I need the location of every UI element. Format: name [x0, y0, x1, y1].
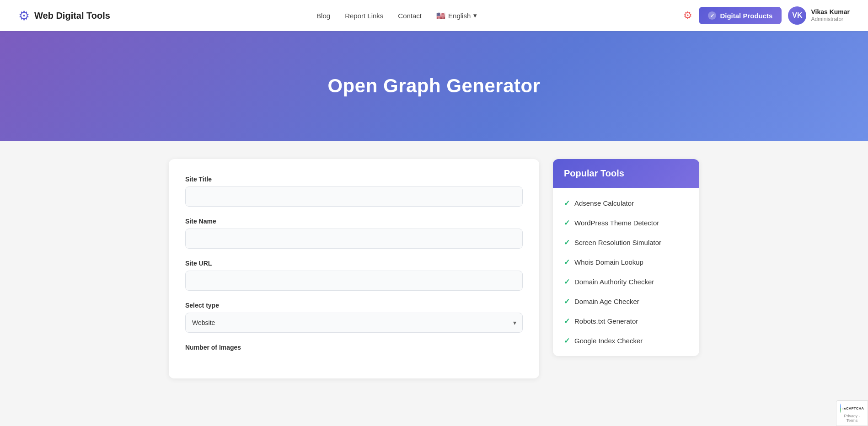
- main-content: Site Title Site Name Site URL Select typ…: [160, 141, 708, 397]
- check-icon: ✓: [564, 218, 570, 227]
- tool-label: Whois Domain Lookup: [574, 258, 643, 266]
- number-of-images-label: Number of Images: [185, 344, 523, 351]
- tool-label: Domain Authority Checker: [574, 278, 654, 286]
- select-type-wrapper: Website Article Blog Product Profile ▾: [185, 313, 523, 333]
- select-type-dropdown[interactable]: Website Article Blog Product Profile: [185, 313, 523, 333]
- main-nav: Blog Report Links Contact 🇺🇸 English ▾: [316, 11, 477, 20]
- tool-label: Robots.txt Generator: [574, 317, 638, 325]
- tool-screen-resolution-simulator[interactable]: ✓ Screen Resolution Simulator: [553, 233, 699, 252]
- logo-icon: ⚙: [18, 8, 30, 23]
- user-name: Vikas Kumar: [811, 8, 850, 16]
- site-url-input[interactable]: [185, 271, 523, 291]
- user-info: Vikas Kumar Administrator: [811, 8, 850, 23]
- tool-google-index-checker[interactable]: ✓ Google Index Checker: [553, 331, 699, 351]
- tool-domain-authority-checker[interactable]: ✓ Domain Authority Checker: [553, 272, 699, 292]
- tool-wordpress-theme-detector[interactable]: ✓ WordPress Theme Detector: [553, 213, 699, 233]
- tool-label: Adsense Calculator: [574, 199, 634, 207]
- site-url-group: Site URL: [185, 260, 523, 291]
- language-dropdown-arrow: ▾: [473, 11, 477, 20]
- number-of-images-group: Number of Images: [185, 344, 523, 351]
- check-icon: ✓: [564, 238, 570, 247]
- select-type-group: Select type Website Article Blog Product…: [185, 302, 523, 333]
- tool-label: Google Index Checker: [574, 337, 643, 345]
- site-url-label: Site URL: [185, 260, 523, 267]
- check-icon: ✓: [564, 297, 570, 306]
- site-name-label: Site Name: [185, 218, 523, 225]
- popular-tools-card: Popular Tools ✓ Adsense Calculator ✓ Wor…: [553, 159, 699, 356]
- nav-blog[interactable]: Blog: [316, 12, 330, 20]
- logo-text: Web Digital Tools: [34, 11, 110, 21]
- form-panel: Site Title Site Name Site URL Select typ…: [169, 159, 539, 378]
- tool-whois-domain-lookup[interactable]: ✓ Whois Domain Lookup: [553, 252, 699, 272]
- sidebar: Popular Tools ✓ Adsense Calculator ✓ Wor…: [553, 159, 699, 356]
- check-icon: ✓: [564, 277, 570, 286]
- tool-robots-txt-generator[interactable]: ✓ Robots.txt Generator: [553, 311, 699, 331]
- digital-products-button[interactable]: ✓ Digital Products: [699, 7, 782, 24]
- popular-tools-list: ✓ Adsense Calculator ✓ WordPress Theme D…: [553, 188, 699, 356]
- user-role: Administrator: [811, 16, 850, 23]
- check-icon: ✓: [564, 336, 570, 345]
- site-name-input[interactable]: [185, 229, 523, 249]
- site-title-input[interactable]: [185, 186, 523, 207]
- check-icon: ✓: [564, 199, 570, 208]
- nav-contact[interactable]: Contact: [398, 12, 422, 20]
- select-type-label: Select type: [185, 302, 523, 309]
- user-profile[interactable]: VK Vikas Kumar Administrator: [788, 6, 850, 25]
- nav-report-links[interactable]: Report Links: [345, 12, 383, 20]
- flag-icon: 🇺🇸: [436, 11, 445, 20]
- check-icon: ✓: [564, 258, 570, 266]
- tool-domain-age-checker[interactable]: ✓ Domain Age Checker: [553, 292, 699, 311]
- language-label: English: [448, 12, 471, 20]
- popular-tools-title: Popular Tools: [564, 168, 688, 179]
- site-name-group: Site Name: [185, 218, 523, 249]
- settings-icon[interactable]: ⚙: [683, 10, 692, 21]
- header-right: ⚙ ✓ Digital Products VK Vikas Kumar Admi…: [683, 6, 850, 25]
- check-icon: ✓: [564, 317, 570, 325]
- hero-banner: Open Graph Generator: [0, 31, 868, 141]
- tool-label: Domain Age Checker: [574, 298, 639, 305]
- site-title-group: Site Title: [185, 176, 523, 207]
- popular-tools-header: Popular Tools: [553, 159, 699, 188]
- logo-link[interactable]: ⚙ Web Digital Tools: [18, 8, 110, 23]
- tool-label: WordPress Theme Detector: [574, 219, 659, 227]
- site-title-label: Site Title: [185, 176, 523, 183]
- site-header: ⚙ Web Digital Tools Blog Report Links Co…: [0, 0, 868, 31]
- check-circle-icon: ✓: [708, 11, 716, 20]
- tool-adsense-calculator[interactable]: ✓ Adsense Calculator: [553, 193, 699, 213]
- page-title: Open Graph Generator: [327, 75, 540, 97]
- language-selector[interactable]: 🇺🇸 English ▾: [436, 11, 477, 20]
- digital-products-label: Digital Products: [720, 12, 772, 20]
- avatar: VK: [788, 6, 806, 25]
- tool-label: Screen Resolution Simulator: [574, 239, 661, 246]
